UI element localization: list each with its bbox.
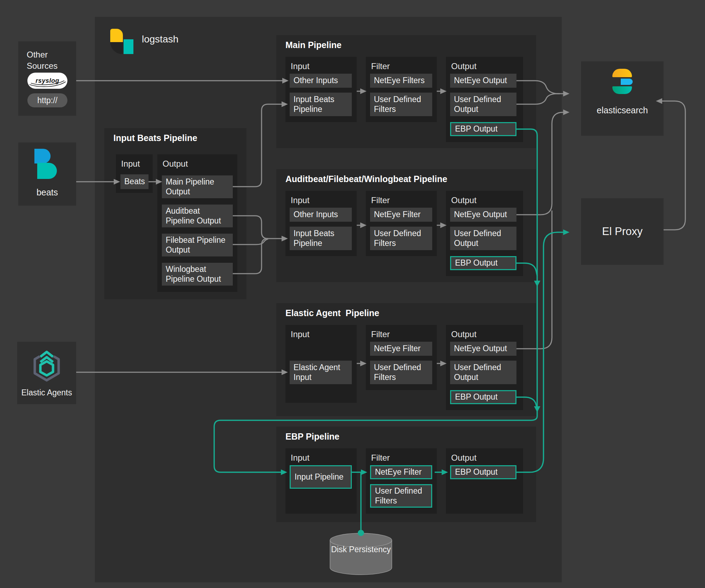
pipeline-main-item-neteye-output: NetEye Output bbox=[450, 74, 516, 88]
pipeline-beats-pipeline-input-label: Input bbox=[285, 191, 357, 205]
pipeline-main-item-input-beats-pipeline: Input Beats Pipeline bbox=[290, 93, 352, 116]
ibp-output-label: Output bbox=[157, 154, 237, 169]
pipeline-ebp-item-user-defined-filters: User Defined Filters bbox=[370, 484, 432, 508]
pipeline-elastic-agent-column-filter: FilterNetEye FilterUser Defined Filters bbox=[366, 325, 437, 390]
beats-label: beats bbox=[18, 187, 76, 198]
pipeline-ebp: EBP PipelineInputInput PipelineFilterNet… bbox=[276, 427, 536, 522]
pipeline-main-item-other-inputs: Other Inputs bbox=[290, 74, 352, 88]
http-badge: http:// bbox=[27, 93, 67, 107]
pipeline-beats-pipeline-column-input: InputOther InputsInput Beats Pipeline bbox=[285, 191, 357, 256]
pipeline-ebp-item-neteye-filter: NetEye Filter bbox=[370, 465, 432, 479]
pipeline-main-output-label: Output bbox=[446, 57, 523, 71]
elastic-agents-label: Elastic Agents bbox=[17, 388, 76, 397]
pipeline-beats-pipeline-title: Auditbeat/Filebeat/Winlogbeat Pipeline bbox=[285, 174, 447, 184]
ibp-input-label: Input bbox=[116, 154, 153, 169]
pipeline-main-filter-label: Filter bbox=[366, 57, 437, 71]
pipeline-elastic-agent-column-input: InputElastic Agent Input bbox=[285, 325, 357, 403]
pipeline-input-beats-title: Input Beats Pipeline bbox=[113, 133, 197, 143]
pipeline-elastic-agent-column-output: OutputNetEye OutputUser Defined OutputEB… bbox=[446, 325, 523, 410]
pipeline-elastic-agent-filter-label: Filter bbox=[366, 325, 437, 339]
pipeline-main-input-label: Input bbox=[285, 57, 357, 71]
other-sources-title: Other Sources bbox=[27, 49, 62, 72]
pipeline-ebp-output-label: Output bbox=[446, 448, 523, 463]
pipeline-elastic-agent-input-label: Input bbox=[285, 325, 357, 339]
rsyslog-label: rsyslog bbox=[35, 77, 59, 85]
pipeline-beats-pipeline-item-input-beats-pipeline: Input Beats Pipeline bbox=[290, 227, 352, 250]
ibp-input-column: Input Beats bbox=[116, 154, 153, 193]
pipeline-elastic-agent-item-user-defined-output: User Defined Output bbox=[450, 361, 516, 384]
elasticsearch-logo-icon bbox=[610, 69, 634, 95]
pipeline-beats-pipeline-column-output: OutputNetEye OutputUser Defined OutputEB… bbox=[446, 191, 523, 276]
pipeline-ebp-input-label: Input bbox=[285, 448, 357, 463]
ibp-item-winlogbeat-pipeline-output: Winlogbeat Pipeline Output bbox=[162, 263, 233, 286]
el-proxy-panel: El Proxy bbox=[581, 198, 664, 265]
pipeline-main-title: Main Pipeline bbox=[285, 40, 342, 50]
pipeline-main-item-ebp-output: EBP Output bbox=[450, 122, 516, 136]
pipeline-beats-pipeline-filter-label: Filter bbox=[366, 191, 437, 205]
pipeline-elastic-agent-item-neteye-filter: NetEye Filter bbox=[370, 342, 432, 356]
pipeline-main-item-user-defined-output: User Defined Output bbox=[450, 93, 516, 116]
logstash-label: logstash bbox=[142, 34, 178, 45]
pipeline-beats-pipeline-output-label: Output bbox=[446, 191, 523, 205]
pipeline-elastic-agent-title: Elastic Agent Pipeline bbox=[285, 308, 379, 318]
pipeline-main-column-filter: FilterNetEye FiltersUser Defined Filters bbox=[366, 57, 437, 122]
rsyslog-badge-icon: rsyslog bbox=[27, 73, 67, 89]
disk-persistency-label: Disk Persistency bbox=[330, 544, 392, 555]
pipeline-main-column-output: OutputNetEye OutputUser Defined OutputEB… bbox=[446, 57, 523, 142]
pipeline-beats-pipeline-item-ebp-output: EBP Output bbox=[450, 256, 516, 270]
ibp-item-beats: Beats bbox=[120, 174, 149, 189]
elastic-agent-hexagon-icon bbox=[31, 347, 63, 382]
ibp-item-auditbeat-pipeline-output: Auditbeat Pipeline Output bbox=[162, 205, 233, 227]
pipeline-ebp-column-filter: FilterNetEye FilterUser Defined Filters bbox=[366, 448, 437, 514]
ibp-item-main-pipeline-output: Main Pipeline Output bbox=[162, 175, 233, 198]
ibp-item-filebeat-pipeline-output: Filebeat Pipeline Output bbox=[162, 234, 233, 256]
pipeline-ebp-filter-label: Filter bbox=[366, 448, 437, 463]
pipeline-ebp-column-output: OutputEBP Output bbox=[446, 448, 523, 514]
pipeline-main-column-input: InputOther InputsInput Beats Pipeline bbox=[285, 57, 357, 122]
logstash-icon bbox=[110, 29, 133, 54]
pipeline-ebp-item-input-pipeline: Input Pipeline bbox=[290, 465, 352, 489]
pipeline-beats-pipeline-item-user-defined-output: User Defined Output bbox=[450, 227, 516, 250]
elasticsearch-label: elasticsearch bbox=[581, 105, 664, 115]
pipeline-beats-pipeline-item-neteye-filter: NetEye Filter bbox=[370, 208, 432, 222]
pipeline-input-beats: Input Beats Pipeline Input Beats Output … bbox=[104, 128, 246, 299]
beats-logo-icon bbox=[34, 149, 60, 179]
diagram-canvas: logstash Other Sources rsyslog http:// b… bbox=[0, 0, 705, 588]
pipeline-beats-pipeline-item-user-defined-filters: User Defined Filters bbox=[370, 227, 432, 250]
pipeline-elastic-agent: Elastic Agent PipelineInputElastic Agent… bbox=[276, 303, 536, 416]
pipeline-ebp-item-ebp-output: EBP Output bbox=[450, 465, 516, 479]
pipeline-main-item-neteye-filters: NetEye Filters bbox=[370, 74, 432, 88]
wire-elproxy-to-elasticsearch bbox=[661, 101, 685, 230]
pipeline-beats-pipeline-item-neteye-output: NetEye Output bbox=[450, 208, 516, 222]
pipeline-beats-pipeline: Auditbeat/Filebeat/Winlogbeat PipelineIn… bbox=[276, 169, 536, 282]
pipeline-ebp-column-input: InputInput Pipeline bbox=[285, 448, 357, 514]
pipeline-ebp-title: EBP Pipeline bbox=[285, 432, 340, 442]
pipeline-beats-pipeline-column-filter: FilterNetEye FilterUser Defined Filters bbox=[366, 191, 437, 256]
pipeline-elastic-agent-item-neteye-output: NetEye Output bbox=[450, 342, 516, 356]
pipeline-elastic-agent-output-label: Output bbox=[446, 325, 523, 339]
pipeline-elastic-agent-item-user-defined-filters: User Defined Filters bbox=[370, 361, 432, 384]
pipeline-main-item-user-defined-filters: User Defined Filters bbox=[370, 93, 432, 116]
pipeline-beats-pipeline-item-other-inputs: Other Inputs bbox=[290, 208, 352, 222]
pipeline-main: Main PipelineInputOther InputsInput Beat… bbox=[276, 35, 536, 148]
pipeline-elastic-agent-item-elastic-agent-input: Elastic Agent Input bbox=[290, 361, 352, 384]
ibp-output-column: Output Main Pipeline OutputAuditbeat Pip… bbox=[157, 154, 237, 292]
pipeline-elastic-agent-item-ebp-output: EBP Output bbox=[450, 390, 516, 404]
